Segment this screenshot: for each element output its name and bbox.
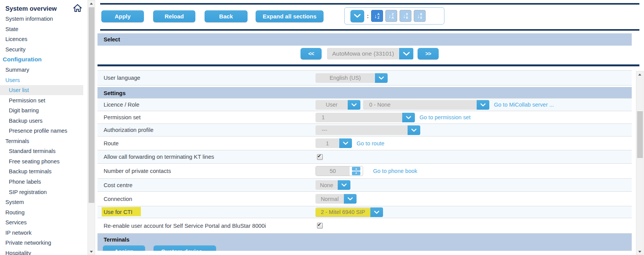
go-to-phone-book-link[interactable]: Go to phone book <box>373 168 417 174</box>
dropdown-value: --- <box>315 125 408 135</box>
previous-user-button[interactable]: << <box>301 48 322 59</box>
chevron-down-icon[interactable] <box>399 48 413 59</box>
sidebar-item-system[interactable]: System <box>0 197 80 207</box>
chevron-down-icon[interactable] <box>370 207 383 217</box>
divider <box>97 64 639 66</box>
sort-9-to-0-icon: ↓90 <box>417 13 422 19</box>
row-control: 1 <box>315 138 352 148</box>
sidebar-item-users[interactable]: Users <box>0 75 80 85</box>
sidebar-item-hospitality[interactable]: Hospitality <box>0 248 80 255</box>
assign-button[interactable]: Assign <box>103 245 145 251</box>
sidebar-item-phone-labels[interactable]: Phone labels <box>0 177 83 187</box>
dropdown-normal[interactable]: Normal <box>315 194 357 204</box>
select-section-title: Select <box>104 36 120 43</box>
chevron-down-icon[interactable] <box>338 180 350 190</box>
sidebar-item-services[interactable]: Services <box>0 217 80 228</box>
sidebar-item-summary[interactable]: Summary <box>0 65 80 75</box>
sidebar-item-licences[interactable]: Licences <box>0 34 80 44</box>
go-to-permission-set-link[interactable]: Go to permission set <box>419 114 471 120</box>
dropdown-user[interactable]: User <box>315 100 360 110</box>
sidebar-item-ip-network[interactable]: IP network <box>0 227 80 238</box>
chevron-down-icon[interactable] <box>375 73 388 83</box>
row-control: 50▲▼ <box>315 166 363 176</box>
row-control <box>315 154 323 160</box>
dropdown-[interactable]: --- <box>315 125 420 135</box>
spinner-down-icon[interactable]: ▼ <box>352 171 360 175</box>
sort-0-to-9-button[interactable]: ↓09 <box>400 10 411 22</box>
dropdown-value: 0 - None <box>363 100 477 110</box>
sidebar-item-state[interactable]: State <box>0 24 80 35</box>
sidebar-item-backup-users[interactable]: Backup users <box>0 115 83 126</box>
sidebar-item-system-information[interactable]: System information <box>0 14 80 24</box>
row-control: Normal <box>315 194 357 204</box>
expand-all-sections-button[interactable]: Expand all sections <box>256 10 324 22</box>
section-buttons: AssignCustom device ... <box>103 245 225 251</box>
user-select[interactable]: AutoMowa one (33101) <box>327 48 413 59</box>
sidebar-item-permission-set[interactable]: Permission set <box>0 95 83 105</box>
dropdown-none[interactable]: None <box>315 180 350 190</box>
go-to-micollab-server-link[interactable]: Go to MiCollab server ... <box>494 102 554 108</box>
sidebar-item-terminals[interactable]: Terminals <box>0 136 80 146</box>
dropdown-1[interactable]: 1 <box>315 138 352 148</box>
content-scrollbar[interactable] <box>636 71 644 255</box>
sidebar-item-digit-barring[interactable]: Digit barring <box>0 105 83 116</box>
sidebar-item-sip-registration[interactable]: SIP registration <box>0 187 83 197</box>
highlight-annotation: Use for CTI <box>104 209 132 215</box>
sort-dropdown-button[interactable] <box>350 10 364 22</box>
chevron-down-icon[interactable] <box>344 194 357 204</box>
scroll-down-icon[interactable] <box>88 249 95 254</box>
sidebar-item-routing[interactable]: Routing <box>0 207 80 217</box>
scroll-up-icon[interactable] <box>88 1 95 6</box>
sidebar-scrollbar[interactable] <box>88 0 95 255</box>
next-user-button[interactable]: >> <box>418 48 439 59</box>
chevron-down-icon[interactable] <box>348 100 360 110</box>
sidebar-scrollbar-thumb[interactable] <box>89 7 94 203</box>
spinner-up-icon[interactable]: ▲ <box>352 167 360 171</box>
section-title: Terminals <box>104 237 632 243</box>
dropdown-value: 1 <box>315 138 339 148</box>
dropdown-2-mitel-6940-sip[interactable]: 2 - Mitel 6940 SIP <box>315 207 383 217</box>
checkbox[interactable] <box>317 223 323 229</box>
dropdown-english-us[interactable]: English (US) <box>315 73 388 83</box>
back-button[interactable]: Back <box>205 10 248 22</box>
sort-a-to-z-button[interactable]: ↓AZ <box>371 10 383 22</box>
toolbar: ApplyReloadBackExpand all sections <box>101 10 324 22</box>
row-label: Number of private contacts <box>97 168 315 174</box>
sidebar-item-free-seating-phones[interactable]: Free seating phones <box>0 156 83 167</box>
scroll-up-icon[interactable] <box>636 72 643 77</box>
sidebar-item-private-networking[interactable]: Private networking <box>0 238 80 248</box>
chevron-down-icon[interactable] <box>402 113 415 122</box>
row-label: Re-enable user account for Self Service … <box>97 223 315 229</box>
row-label: Licence / Role <box>97 102 315 108</box>
sort-separator: : <box>367 13 369 19</box>
sort-9-to-0-button[interactable]: ↓90 <box>414 10 426 22</box>
custom-device-button[interactable]: Custom device ... <box>154 245 216 251</box>
apply-button[interactable]: Apply <box>101 10 144 22</box>
home-icon[interactable] <box>73 4 82 14</box>
divider <box>100 3 639 5</box>
spinner[interactable]: 50▲▼ <box>315 166 363 176</box>
chevron-down-icon[interactable] <box>339 138 352 148</box>
select-section-header: Select <box>97 33 632 46</box>
reload-button[interactable]: Reload <box>153 10 195 22</box>
sidebar-item-presence-profile-names[interactable]: Presence profile names <box>0 126 83 136</box>
scroll-down-icon[interactable] <box>636 249 643 254</box>
sort-z-to-a-button[interactable]: ↓ZA <box>385 10 397 22</box>
sidebar-item-standard-terminals[interactable]: Standard terminals <box>0 146 83 156</box>
dropdown-value: 2 - Mitel 6940 SIP <box>315 207 370 217</box>
sort-a-to-z-icon: ↓AZ <box>374 13 380 19</box>
dropdown-0-none[interactable]: 0 - None <box>363 100 489 110</box>
dropdown-1[interactable]: 1 <box>315 113 415 122</box>
checkbox[interactable] <box>317 154 323 160</box>
row-control <box>315 223 323 229</box>
section-header-settings: Settings <box>97 87 632 99</box>
content-scrollbar-thumb[interactable] <box>637 111 643 158</box>
sidebar-item-backup-terminals[interactable]: Backup terminals <box>0 166 83 177</box>
sort-buttons: ↓AZ↓ZA↓09↓90 <box>371 10 428 22</box>
form-row-route: Route1Go to route <box>97 136 632 150</box>
chevron-down-icon[interactable] <box>477 100 489 110</box>
chevron-down-icon[interactable] <box>408 125 420 135</box>
go-to-route-link[interactable]: Go to route <box>357 140 385 146</box>
sidebar-item-user-list[interactable]: User list <box>0 85 83 95</box>
row-control: 2 - Mitel 6940 SIP <box>315 207 383 217</box>
